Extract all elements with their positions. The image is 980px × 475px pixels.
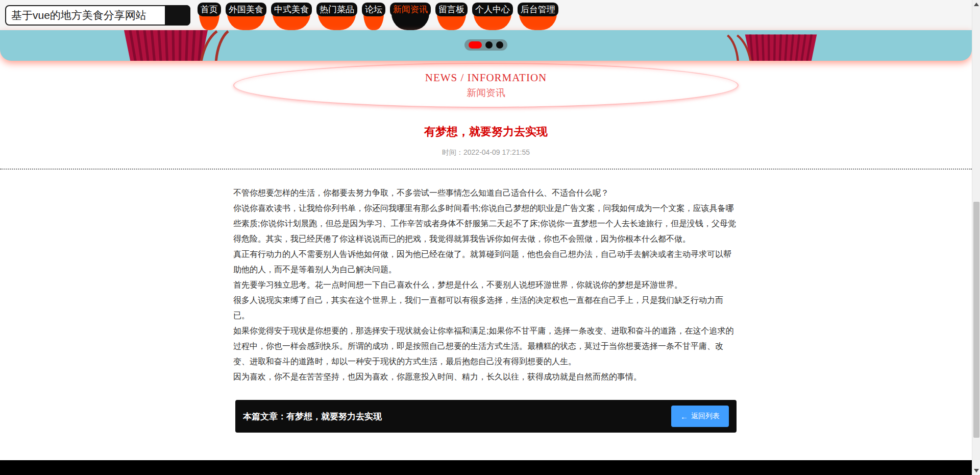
nav-item-user-center[interactable]: 个人中心: [472, 3, 513, 30]
article-paragraph: 如果你觉得安于现状是你想要的，那选择安于现状就会让你幸福和满足;如果你不甘平庸，…: [233, 323, 739, 369]
nav-item-foreign-food[interactable]: 外国美食: [226, 3, 266, 30]
carousel-indicators: [464, 39, 507, 51]
section-title-zh: 新闻资讯: [467, 86, 505, 100]
article-paragraph: 不管你想要怎样的生活，你都要去努力争取，不多尝试一些事情怎么知道自己适合什么、不…: [233, 185, 739, 201]
carousel-dot-2[interactable]: [485, 41, 493, 49]
scrollbar-down-arrow[interactable]: [974, 469, 979, 472]
nav-item-label: 论坛: [362, 3, 385, 16]
section-title-en: NEWS / INFORMATION: [425, 72, 547, 84]
nav-item-admin[interactable]: 后台管理: [518, 3, 558, 30]
carousel-dot-1[interactable]: [469, 41, 482, 49]
top-nav-bar: 基于vue的地方美食分享网站 首页 外国美食 中式美食 热门菜品 论坛: [0, 0, 972, 30]
nav-item-label: 中式美食: [271, 3, 312, 16]
nav-item-label: 热门菜品: [316, 3, 357, 16]
page-footer: [0, 460, 972, 475]
nav-item-home[interactable]: 首页: [198, 3, 221, 30]
article-paragraph: 首先要学习独立思考。花一点时间想一下自己喜欢什么，梦想是什么，不要别人说想环游世…: [233, 277, 739, 293]
nav-item-label: 后台管理: [518, 3, 558, 16]
nav-item-news[interactable]: 新闻资讯: [390, 3, 431, 30]
article-footer-label: 本篇文章：有梦想，就要努力去实现: [243, 411, 382, 422]
cupcake-cherries-image: [94, 30, 237, 61]
time-value: 2022-04-09 17:21:55: [463, 148, 530, 156]
nav-item-forum[interactable]: 论坛: [362, 3, 385, 30]
left-arrow-icon: ←: [680, 413, 688, 420]
article-paragraph: 因为喜欢，你不是在苦苦坚持，也因为喜欢，你愿意投入时间、精力，长久以往，获得成功…: [233, 369, 739, 385]
nav-item-label: 外国美食: [226, 3, 266, 16]
carousel-dot-3[interactable]: [496, 41, 503, 49]
article-footer-bar: 本篇文章：有梦想，就要努力去实现 ← 返回列表: [235, 400, 737, 433]
nav-item-message-board[interactable]: 留言板: [435, 3, 468, 30]
nav-item-label: 新闻资讯: [390, 3, 431, 16]
main-nav: 首页 外国美食 中式美食 热门菜品 论坛 新闻资讯: [198, 3, 558, 30]
article-paragraph: 你说你喜欢读书，让我给你列书单，你还问我哪里有那么多时间看书;你说自己梦想的职业…: [233, 201, 739, 247]
article-paragraph: 真正有行动力的人不需要别人告诉他如何做，因为他已经在做了。就算碰到问题，他也会自…: [233, 247, 739, 277]
logo-dark-segment: [165, 5, 190, 26]
nav-item-label: 留言板: [435, 3, 468, 16]
nav-item-hot-dishes[interactable]: 热门菜品: [316, 3, 357, 30]
cupcake-cherries-image: [720, 30, 842, 61]
nav-item-chinese-food[interactable]: 中式美食: [271, 3, 312, 30]
site-logo-text: 基于vue的地方美食分享网站: [11, 8, 146, 22]
news-section-badge: NEWS / INFORMATION 新闻资讯: [233, 63, 739, 108]
article-body: 不管你想要怎样的生活，你都要去努力争取，不多尝试一些事情怎么知道自己适合什么、不…: [233, 185, 739, 385]
back-to-list-button[interactable]: ← 返回列表: [671, 406, 729, 427]
article-time: 时间：2022-04-09 17:21:55: [0, 148, 972, 157]
page: 基于vue的地方美食分享网站 首页 外国美食 中式美食 热门菜品 论坛: [0, 0, 972, 475]
article-title: 有梦想，就要努力去实现: [0, 124, 972, 139]
nav-item-label: 首页: [198, 3, 221, 16]
article-paragraph: 很多人说现实束缚了自己，其实在这个世界上，我们一直都可以有很多选择，生活的决定权…: [233, 293, 739, 323]
nav-item-label: 个人中心: [472, 3, 513, 16]
site-logo-box: 基于vue的地方美食分享网站: [5, 5, 190, 26]
dotted-divider: [0, 169, 972, 170]
back-button-label: 返回列表: [691, 412, 720, 421]
hero-carousel: [0, 30, 972, 61]
scrollbar-thumb[interactable]: [973, 202, 979, 438]
scrollbar-track[interactable]: [972, 0, 980, 475]
time-label: 时间：: [442, 148, 463, 156]
scrollbar-up-arrow[interactable]: [974, 3, 979, 6]
